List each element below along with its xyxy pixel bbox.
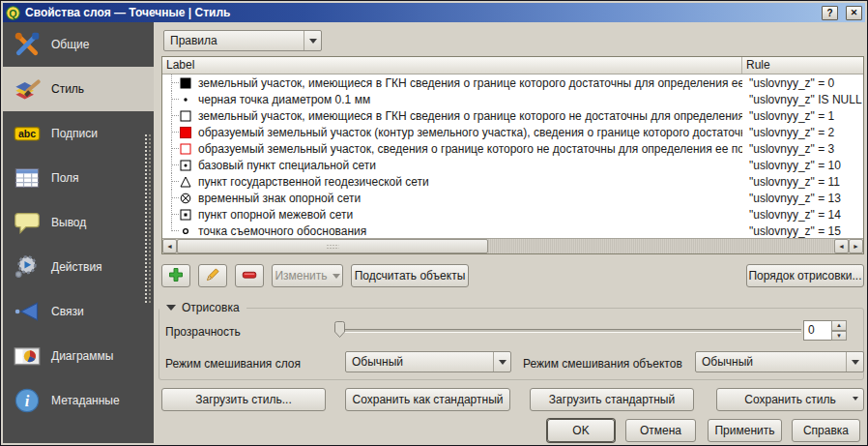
square-filled-red-symbol-icon [179,126,192,139]
rules-rows: земельный участок, имеющиеся в ГКН сведе… [162,74,863,238]
layer-properties-dialog: Q Свойства слоя — Точечные | Стиль ? ✕ О… [0,0,868,446]
sidebar-item-tools[interactable]: Общие [3,22,154,67]
sidebar-item-paintbrush[interactable]: Стиль [3,67,154,111]
rule-row[interactable]: пункт опорной межевой сети"uslovnyy_z" =… [162,206,863,223]
count-features-button[interactable]: Подсчитать объекты [351,264,469,287]
titlebar[interactable]: Q Свойства слоя — Точечные | Стиль ? ✕ [3,3,865,22]
load-default-label: Загрузить стандартный [549,393,675,406]
rule-row[interactable]: черная точка диаметром 0.1 мм"uslovnyy_z… [162,91,863,107]
rule-label: земельный участок, имеющиеся в ГКН сведе… [198,76,742,90]
close-button[interactable]: ✕ [846,6,862,20]
save-as-default-button[interactable]: Сохранить как стандартный [345,388,510,411]
draw-order-button[interactable]: Порядок отрисовки... [746,264,864,287]
rule-row[interactable]: базовый пункт специальной сети"uslovnyy_… [162,157,863,173]
scroll-left-icon[interactable]: ◄ [162,239,177,253]
feature-blend-select[interactable]: Обычный [695,351,864,372]
renderer-select[interactable]: Правила [163,30,322,51]
rule-label: черная точка диаметром 0.1 мм [198,93,742,106]
scroll-step-left-icon[interactable]: ◄ [834,239,849,253]
spin-down-icon[interactable]: ▼ [831,331,847,342]
gear-action-icon [12,252,43,282]
sidebar-item-info[interactable]: iМетаданные [3,378,154,423]
transparency-slider-handle[interactable] [333,321,346,342]
transparency-label: Прозрачность [165,325,241,339]
diagram-icon [12,341,43,372]
save-style-button[interactable]: Сохранить стиль [716,388,864,411]
sidebar-item-label: Диаграммы [51,349,113,363]
rule-row[interactable]: образуемый земельный участок (контур зем… [162,124,863,140]
column-header-label[interactable]: Label [162,57,742,74]
remove-rule-button[interactable] [235,264,264,287]
help-label: Справка [803,424,849,437]
rule-expression: "uslovnyy_z" = 10 [742,159,863,172]
transparency-slider[interactable] [341,329,801,333]
collapse-triangle-icon [166,305,176,315]
layer-blend-select[interactable]: Обычный [345,351,511,372]
rule-expression: "uslovnyy_z" IS NULL [742,93,863,106]
layer-blend-label: Режим смешивания слоя [165,357,301,371]
rules-horizontal-scrollbar[interactable]: ◄ ◄ ► [162,238,863,253]
sidebar-item-abc-label[interactable]: abcПодписи [3,111,154,156]
rule-label: земельный участок, имеющиеся в ГКН сведе… [198,109,742,123]
rule-row[interactable]: пункт государственной геодезической сети… [162,173,863,190]
help-titlebar-button[interactable]: ? [822,6,838,20]
sidebar-item-speech-bubble[interactable]: Вывод [3,200,154,245]
count-features-label: Подсчитать объекты [355,269,466,282]
sidebar-item-relation-arrow[interactable]: Связи [3,289,154,334]
sidebar-item-gear-action[interactable]: Действия [3,245,154,289]
spin-up-icon[interactable]: ▲ [831,320,847,331]
sidebar-scrollbar[interactable] [145,134,151,303]
rule-row[interactable]: временный знак опорной сети"uslovnyy_z" … [162,190,863,206]
change-button[interactable]: Изменить [272,264,343,287]
renderer-value: Правила [164,34,304,47]
chevron-down-icon [853,397,858,403]
pencil-icon [204,266,221,286]
save-as-default-label: Сохранить как стандартный [353,393,504,406]
scrollbar-track[interactable] [488,239,834,253]
window-title: Свойства слоя — Точечные | Стиль [25,6,230,19]
load-default-button[interactable]: Загрузить стандартный [530,388,694,411]
rule-row[interactable]: земельный участок, имеющиеся в ГКН сведе… [162,74,863,91]
tree-branch-icon [166,107,179,124]
load-style-label: Загрузить стиль... [195,393,292,406]
edit-rule-button[interactable] [198,264,227,287]
layer-blend-value: Обычный [346,355,493,369]
transparency-spinbox: 0 ▲ ▼ [803,320,847,341]
apply-button[interactable]: Применить [708,419,782,442]
transparency-spin-value[interactable]: 0 [803,320,831,341]
rule-expression: "uslovnyy_z" = 11 [742,175,863,189]
rule-row[interactable]: точка съемочного обоснования"uslovnyy_z"… [162,223,863,238]
rule-label: пункт государственной геодезической сети [198,175,742,189]
draw-order-label: Порядок отрисовки... [748,269,861,282]
help-button[interactable]: Справка [792,419,860,442]
sidebar-item-label: Подписи [51,127,98,140]
rule-expression: "uslovnyy_z" = 15 [742,224,863,238]
rule-expression: "uslovnyy_z" = 3 [742,142,863,156]
sidebar-item-label: Связи [51,305,84,318]
sidebar-item-diagram[interactable]: Диаграммы [3,334,154,378]
rule-row[interactable]: земельный участок, имеющиеся в ГКН сведе… [162,107,863,124]
tree-branch-icon [166,223,179,238]
add-rule-button[interactable] [161,264,190,287]
tree-branch-icon [166,74,179,91]
info-icon: i [12,385,43,416]
tree-branch-icon [166,206,179,223]
column-header-rule[interactable]: Rule [742,57,863,74]
ok-button[interactable]: OK [547,419,615,442]
rule-expression: "uslovnyy_z" = 0 [742,76,863,90]
rule-label: точка съемочного обоснования [198,224,742,238]
sidebar-item-table[interactable]: Поля [3,156,154,200]
load-style-button[interactable]: Загрузить стиль... [161,388,326,411]
chevron-down-icon [846,352,863,372]
rendering-group-title[interactable]: Отрисовка [159,300,246,315]
tools-icon [12,29,43,60]
square-outline-red-symbol-icon [179,142,192,156]
rule-row[interactable]: образуемый земельный участок, сведения о… [162,140,863,157]
scrollbar-thumb[interactable] [177,239,488,253]
scroll-step-right-icon[interactable]: ► [849,239,863,253]
tree-branch-icon [166,190,179,206]
sidebar-item-label: Метаданные [51,394,120,407]
tree-branch-icon [166,173,179,190]
cancel-button[interactable]: Отмена [625,419,696,442]
qgis-logo-icon: Q [6,6,20,20]
